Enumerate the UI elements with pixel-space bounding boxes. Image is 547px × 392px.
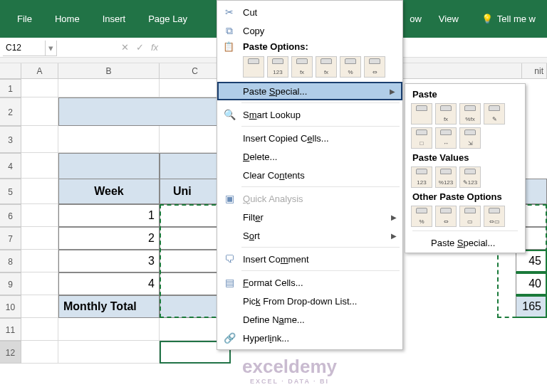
ctx-label: Insert Comment <box>243 254 309 265</box>
submenu-other-label: Other Paste Options <box>410 189 521 204</box>
paste-linked-picture-icon[interactable]: ⇔▭ <box>484 206 505 227</box>
ctx-label: Pick From Drop-down List... <box>243 296 357 307</box>
paste-default-icon[interactable] <box>243 56 264 78</box>
name-box-dropdown[interactable]: ▾ <box>46 41 57 56</box>
row-hdr[interactable]: 5 <box>0 179 21 204</box>
row-hdr[interactable]: 12 <box>0 341 21 364</box>
name-box[interactable]: C12 <box>3 41 46 56</box>
paste-keep-source-fmt-icon[interactable]: % <box>340 56 361 78</box>
select-all-corner[interactable] <box>0 63 21 78</box>
table-corner-cell[interactable] <box>58 153 160 179</box>
tell-me-label: Tell me w <box>497 14 536 24</box>
tab-insert[interactable]: Insert <box>91 0 137 38</box>
paste-special-submenu: Paste fx %fx ✎ □ ↔ ⇲ Paste Values 123 %1… <box>405 83 526 253</box>
format-cells-icon: ▤ <box>223 276 236 289</box>
ctx-label: Smart Lookup <box>243 110 301 120</box>
paste-formulas-numfmt-icon[interactable]: fx <box>316 56 337 78</box>
submenu-paste-label: Paste <box>410 87 521 102</box>
arrow-right-icon: ▶ <box>391 213 397 221</box>
col-b[interactable]: B <box>58 63 160 78</box>
ctx-hyperlink[interactable]: 🔗 Hyperlink... <box>217 329 402 347</box>
row-hdr[interactable]: 1 <box>0 79 21 97</box>
paste-keep-source-fmt-icon[interactable]: ✎ <box>484 103 505 125</box>
ctx-cut[interactable]: ✂ Cut <box>217 3 402 21</box>
tab-page-layout[interactable]: Page Lay <box>137 0 199 38</box>
ctx-filter[interactable]: Filter ▶ <box>217 208 402 226</box>
paste-values-sourcefmt-icon[interactable]: ✎123 <box>459 166 481 188</box>
tab-home[interactable]: Home <box>43 0 91 38</box>
ctx-smart-lookup[interactable]: 🔍 Smart Lookup <box>217 105 402 124</box>
context-menu: ✂ Cut ⧉ Copy 📋 Paste Options: 123 fx fx … <box>217 0 403 350</box>
ctx-paste-special[interactable]: Paste Special... ▶ <box>217 82 402 100</box>
paste-no-borders-icon[interactable]: □ <box>411 127 432 149</box>
tell-me[interactable]: 💡 Tell me w <box>470 0 547 38</box>
paste-link-icon[interactable]: ⇔ <box>364 56 385 78</box>
ctx-label: Sort <box>243 231 260 241</box>
search-icon: 🔍 <box>223 108 236 121</box>
paste-keep-colwidth-icon[interactable]: ↔ <box>435 127 457 149</box>
comment-icon: 🗨 <box>223 253 236 265</box>
ctx-insert-comment[interactable]: 🗨 Insert Comment <box>217 250 402 268</box>
week-cell[interactable]: 3 <box>58 250 160 272</box>
ctx-format-cells[interactable]: ▤ Format Cells... <box>217 273 402 292</box>
week-cell[interactable]: 1 <box>58 204 160 227</box>
ctx-copy[interactable]: ⧉ Copy <box>217 21 402 40</box>
arrow-right-icon: ▶ <box>390 88 395 95</box>
ctx-label: Filter <box>243 212 264 223</box>
submenu-paste-values-label: Paste Values <box>410 150 521 165</box>
row-hdr[interactable]: 7 <box>0 227 21 250</box>
quick-analysis-icon: ▣ <box>223 192 236 205</box>
tab-unknown[interactable]: ow <box>404 0 427 38</box>
paste-picture-icon[interactable]: ▭ <box>459 206 481 227</box>
enter-icon: ✓ <box>136 42 144 53</box>
ctx-label: Clear Contents <box>243 170 305 181</box>
ctx-label: Quick Analysis <box>243 194 303 204</box>
paste-formulas-icon[interactable]: fx <box>291 56 313 78</box>
paste-values-icon[interactable]: 123 <box>267 56 288 78</box>
paste-formulas-numfmt-icon[interactable]: %fx <box>459 103 481 125</box>
row-hdr[interactable]: 3 <box>0 126 21 153</box>
ctx-label: Paste Special... <box>431 238 495 248</box>
tab-view[interactable]: View <box>427 0 470 38</box>
ctx-sort[interactable]: Sort ▶ <box>217 226 402 245</box>
ctx-paste-icon-row: 123 fx fx % ⇔ <box>217 55 402 82</box>
ctx-label: Hyperlink... <box>243 333 289 344</box>
week-cell[interactable]: 4 <box>58 272 160 295</box>
col-unknown-right[interactable]: nit <box>521 63 547 78</box>
hyperlink-icon: 🔗 <box>223 332 236 344</box>
row-hdr[interactable]: 10 <box>0 295 21 318</box>
banner-cell[interactable] <box>58 97 231 126</box>
watermark: exceldemy EXCEL · DATA · BI <box>242 356 337 385</box>
ctx-clear-contents[interactable]: Clear Contents <box>217 166 402 184</box>
week-header[interactable]: Week <box>58 179 160 204</box>
ctx-quick-analysis: ▣ Quick Analysis <box>217 189 402 208</box>
ctx-insert-copied[interactable]: Insert Copied Cells... <box>217 129 402 147</box>
fx-icon[interactable]: fx <box>151 42 158 53</box>
paste-default-icon[interactable] <box>411 103 432 125</box>
paste-transpose-icon[interactable]: ⇲ <box>459 127 481 149</box>
paste-values-icon[interactable]: 123 <box>411 166 432 188</box>
row-hdr[interactable]: 4 <box>0 153 21 179</box>
ctx-label: Format Cells... <box>243 277 303 288</box>
paste-formulas-icon[interactable]: fx <box>435 103 457 125</box>
copy-icon: ⧉ <box>223 24 236 37</box>
paste-values-numfmt-icon[interactable]: %123 <box>435 166 457 188</box>
tab-file[interactable]: File <box>6 0 43 38</box>
ctx-delete[interactable]: Delete... <box>217 147 402 166</box>
ctx-label: Copy <box>243 26 264 36</box>
week-cell[interactable]: 2 <box>58 227 160 250</box>
submenu-paste-special-dialog[interactable]: Paste Special... <box>410 233 521 250</box>
row-hdr[interactable]: 9 <box>0 272 21 295</box>
col-a[interactable]: A <box>21 63 58 78</box>
ctx-label: Define Name... <box>243 314 305 325</box>
row-hdr[interactable]: 11 <box>0 318 21 341</box>
paste-link-icon[interactable]: ⇔ <box>435 206 457 227</box>
paste-formatting-icon[interactable]: % <box>411 206 432 227</box>
ctx-define-name[interactable]: Define Name... <box>217 310 402 329</box>
row-hdr[interactable]: 2 <box>0 97 21 126</box>
ctx-pick-from-list[interactable]: Pick From Drop-down List... <box>217 292 402 310</box>
row-hdr[interactable]: 8 <box>0 250 21 272</box>
bulb-icon: 💡 <box>481 14 493 24</box>
row-hdr[interactable]: 6 <box>0 204 21 227</box>
monthly-total-label[interactable]: Monthly Total <box>58 295 160 318</box>
